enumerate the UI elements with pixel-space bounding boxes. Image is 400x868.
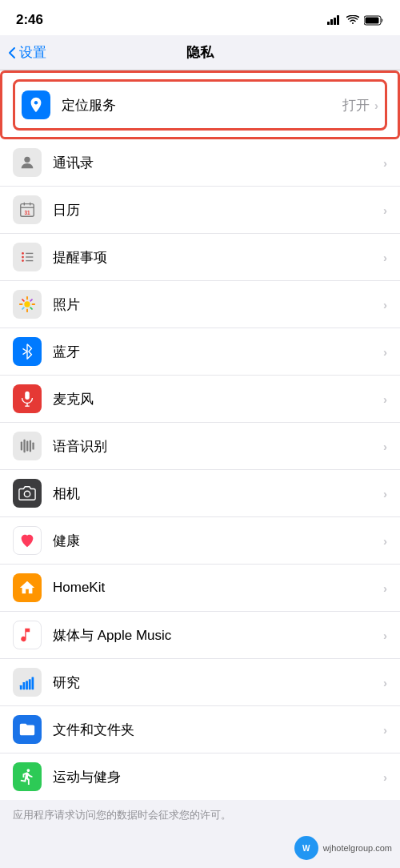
svg-point-12 (22, 252, 24, 255)
location-icon (22, 90, 50, 119)
settings-item-speech[interactable]: 语音识别 › (0, 423, 400, 470)
microphone-chevron: › (383, 392, 387, 406)
svg-line-24 (30, 307, 32, 309)
settings-item-reminders[interactable]: 提醒事项 › (0, 234, 400, 281)
contacts-icon (13, 148, 42, 177)
bluetooth-icon (13, 337, 42, 366)
media-chevron: › (383, 629, 387, 642)
health-label: 健康 (53, 532, 383, 550)
settings-list: 定位服务 打开 › 通讯录 › 31 日历 › (0, 70, 400, 800)
files-label: 文件和文件夹 (53, 721, 383, 739)
calendar-chevron: › (383, 203, 387, 217)
files-chevron: › (383, 723, 387, 737)
svg-rect-40 (32, 677, 34, 690)
fitness-chevron: › (383, 770, 387, 784)
reminders-icon (13, 243, 42, 271)
settings-item-calendar[interactable]: 31 日历 › (0, 187, 400, 234)
bluetooth-label: 蓝牙 (53, 343, 383, 361)
svg-rect-31 (23, 440, 25, 453)
settings-item-bluetooth[interactable]: 蓝牙 › (0, 328, 400, 376)
photos-icon (13, 290, 42, 319)
back-label: 设置 (19, 43, 46, 62)
speech-icon (13, 432, 42, 460)
homekit-icon (13, 573, 42, 602)
svg-point-18 (24, 301, 30, 307)
svg-rect-32 (26, 441, 28, 452)
microphone-icon (13, 384, 42, 413)
footer-description: 应用程序请求访问您的数据时会征求您的许可。 (13, 809, 231, 821)
svg-line-26 (30, 299, 32, 301)
watermark-text: wjhotelgroup.com (323, 843, 392, 853)
media-icon (13, 621, 42, 649)
files-icon (13, 715, 42, 744)
nav-title: 隐私 (186, 43, 214, 62)
wifi-icon (346, 15, 359, 25)
svg-point-14 (22, 259, 24, 262)
bluetooth-chevron: › (383, 345, 387, 359)
status-bar: 2:46 (0, 0, 400, 35)
research-label: 研究 (53, 673, 383, 692)
svg-rect-30 (21, 442, 22, 451)
homekit-chevron: › (383, 581, 387, 595)
settings-item-fitness[interactable]: 运动与健身 › (0, 753, 400, 800)
settings-item-homekit[interactable]: HomeKit › (0, 565, 400, 612)
watermark: W wjhotelgroup.com (294, 836, 392, 860)
speech-chevron: › (383, 440, 387, 453)
settings-item-research[interactable]: 研究 › (0, 659, 400, 706)
health-chevron: › (383, 534, 387, 548)
svg-rect-27 (25, 392, 30, 400)
settings-item-contacts[interactable]: 通讯录 › (0, 139, 400, 187)
media-label: 媒体与 Apple Music (53, 626, 383, 645)
svg-rect-1 (330, 19, 333, 25)
location-chevron: › (374, 98, 378, 112)
svg-rect-36 (20, 685, 22, 690)
footer-text: 应用程序请求访问您的数据时会征求您的许可。 (0, 800, 400, 830)
microphone-label: 麦克风 (53, 390, 383, 408)
speech-label: 语音识别 (53, 437, 383, 456)
svg-rect-5 (366, 17, 379, 23)
svg-rect-0 (327, 22, 330, 25)
reminders-chevron: › (383, 251, 387, 264)
watermark-area: W wjhotelgroup.com (0, 828, 400, 868)
calendar-label: 日历 (53, 201, 383, 219)
back-button[interactable]: 设置 (8, 43, 46, 62)
settings-item-microphone[interactable]: 麦克风 › (0, 376, 400, 423)
svg-line-23 (22, 299, 24, 301)
homekit-label: HomeKit (53, 580, 383, 596)
svg-rect-39 (29, 679, 31, 689)
settings-item-location[interactable]: 定位服务 打开 › (0, 70, 400, 139)
settings-item-files[interactable]: 文件和文件夹 › (0, 706, 400, 753)
settings-item-photos[interactable]: 照片 › (0, 281, 400, 328)
fitness-icon (13, 762, 42, 791)
camera-label: 相机 (53, 484, 383, 503)
back-chevron-icon (8, 46, 16, 59)
svg-rect-38 (26, 681, 28, 689)
svg-rect-3 (337, 15, 339, 25)
svg-text:31: 31 (24, 210, 30, 215)
health-icon (13, 526, 42, 555)
reminders-label: 提醒事项 (53, 248, 383, 267)
contacts-label: 通讯录 (53, 154, 383, 172)
battery-icon (364, 15, 384, 26)
settings-item-camera[interactable]: 相机 › (0, 470, 400, 517)
calendar-icon: 31 (13, 195, 42, 224)
svg-point-35 (24, 491, 30, 496)
contacts-chevron: › (383, 156, 387, 170)
svg-rect-2 (334, 18, 336, 25)
research-icon (13, 668, 42, 697)
svg-point-6 (24, 157, 30, 163)
camera-icon (13, 479, 42, 508)
location-value: 打开 (342, 96, 370, 115)
svg-point-13 (22, 256, 24, 259)
svg-line-25 (22, 307, 24, 309)
signal-icon (327, 15, 342, 25)
settings-item-media[interactable]: 媒体与 Apple Music › (0, 612, 400, 659)
watermark-logo: W (294, 836, 318, 860)
status-time: 2:46 (16, 12, 43, 28)
location-label: 定位服务 (62, 96, 342, 115)
fitness-label: 运动与健身 (53, 768, 383, 786)
nav-bar: 设置 隐私 (0, 35, 400, 70)
settings-item-health[interactable]: 健康 › (0, 517, 400, 565)
status-icons (327, 15, 384, 26)
photos-chevron: › (383, 298, 387, 311)
